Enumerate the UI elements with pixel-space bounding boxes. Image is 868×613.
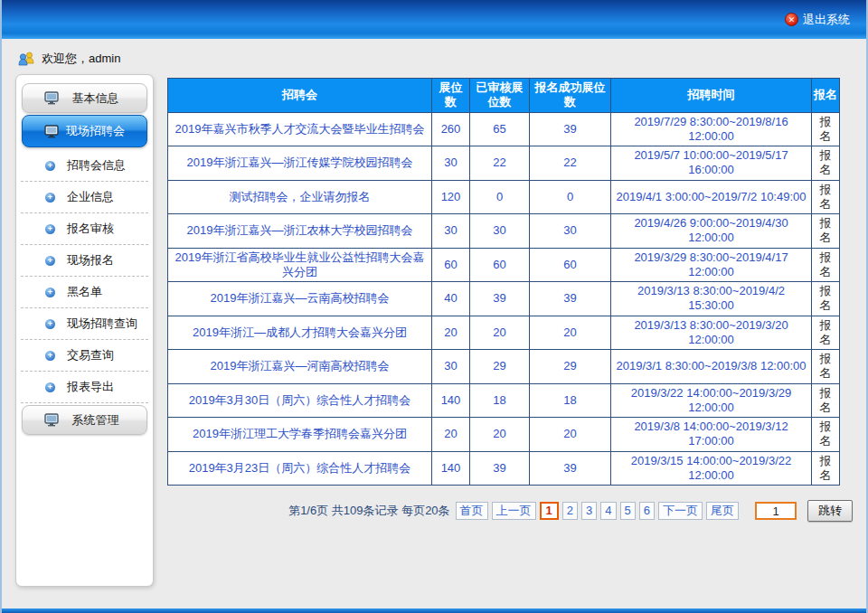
approved-count-cell: 30 [470,214,530,249]
sidebar-submenu-item[interactable]: 报表导出 [21,372,148,403]
submenu-item-label: 交易查询 [67,347,114,363]
apply-link[interactable]: 报名 [820,183,832,211]
fair-name-link[interactable]: 2019年3月30日（周六）综合性人才招聘会 [189,393,411,407]
success-count-cell: 18 [530,383,611,418]
sidebar-item-label: 现场招聘会 [61,123,146,139]
jump-page-input[interactable] [755,502,797,520]
apply-link[interactable]: 报名 [820,216,832,244]
submenu-item-label: 黑名单 [67,284,102,300]
apply-link[interactable]: 报名 [820,318,832,346]
fair-time-cell: 2019/3/8 14:00:00~2019/3/12 17:00:00 [611,418,812,452]
table-row: 2019年3月30日（周六）综合性人才招聘会 140 18 18 2019/3/… [168,383,840,418]
jump-button[interactable]: 跳转 [807,500,853,522]
sidebar-item-system-mgmt[interactable]: 系统管理 [22,405,147,435]
plus-circle-icon [45,193,55,203]
page-number-button[interactable]: 3 [581,502,597,520]
apply-link[interactable]: 报名 [820,386,832,414]
apply-link[interactable]: 报名 [820,115,832,143]
sidebar-item-onsite-fair-active[interactable]: 现场招聘会 [22,115,147,147]
fair-name-link[interactable]: 2019年浙江嘉兴—浙江农林大学校园招聘会 [187,223,413,237]
first-page-button[interactable]: 首页 [456,502,488,520]
submenu-item-label: 现场招聘查询 [67,316,137,332]
fair-name-link[interactable]: 2019年浙江嘉兴—河南高校招聘会 [211,359,390,373]
success-count-cell: 30 [530,214,611,249]
success-count-cell: 60 [530,248,611,282]
fair-name-link[interactable]: 2019年浙江嘉兴—浙江传媒学院校园招聘会 [187,156,413,169]
sidebar-item-basic-info[interactable]: 基本信息 [22,83,147,113]
welcome-bar: 欢迎您，admin [2,39,866,74]
logout-x-icon: ✕ [785,13,798,26]
fair-name-link[interactable]: 2019年嘉兴市秋季人才交流大会暨毕业生招聘会 [175,122,425,136]
approved-count-cell: 0 [470,180,530,214]
success-count-cell: 39 [530,112,611,146]
approved-count-cell: 20 [470,418,530,452]
table-row: 2019年浙江—成都人才招聘大会嘉兴分团 20 20 20 2019/3/13 … [168,316,840,350]
plus-circle-icon [45,351,55,361]
approved-count-cell: 39 [470,451,530,486]
next-page-button[interactable]: 下一页 [658,502,703,520]
booth-count-cell: 140 [432,383,470,418]
fair-name-link[interactable]: 2019年浙江—成都人才招聘大会嘉兴分团 [193,325,407,339]
table-row: 2019年浙江嘉兴—云南高校招聘会 40 39 39 2019/3/13 8:3… [168,282,840,316]
top-bar: ✕ 退出系统 [2,0,866,39]
page-number-button[interactable]: 5 [620,502,636,520]
sidebar-submenu-item[interactable]: 现场招聘查询 [21,308,148,340]
fair-name-link[interactable]: 2019年3月23日（周六）综合性人才招聘会 [189,461,411,475]
fair-time-cell: 2019/5/7 10:00:00~2019/5/17 16:00:00 [611,146,812,181]
logout-button[interactable]: ✕ 退出系统 [785,12,850,28]
job-fairs-table: 招聘会 展位数 已审核展位数 报名成功展位数 招聘时间 报名 2019年嘉兴市秋… [167,78,840,486]
fair-time-cell: 2019/4/1 3:00:00~2019/7/2 10:49:00 [611,180,812,214]
fair-name-link[interactable]: 2019年浙江理工大学春季招聘会嘉兴分团 [193,427,407,440]
col-success-count: 报名成功展位数 [530,79,611,113]
sidebar-item-label: 基本信息 [61,90,146,107]
fair-time-cell: 2019/3/13 8:30:00~2019/3/20 12:00:00 [611,316,812,350]
page-number-button[interactable]: 4 [600,502,616,520]
apply-link[interactable]: 报名 [820,454,832,482]
apply-link[interactable]: 报名 [820,284,832,312]
sidebar-submenu-item[interactable]: 企业信息 [21,182,148,213]
approved-count-cell: 29 [470,350,530,384]
sidebar-submenu-item[interactable]: 现场报名 [21,245,148,277]
fair-time-cell: 2019/3/1 8:30:00~2019/3/8 12:00:00 [611,350,812,384]
submenu-item-label: 报名审核 [67,221,114,237]
apply-link[interactable]: 报名 [820,352,832,380]
fair-time-cell: 2019/3/22 14:00:00~2019/3/29 12:00:00 [611,383,812,418]
pagination-summary: 第1/6页 共109条记录 每页20条 [288,503,449,519]
sidebar-submenu-item[interactable]: 交易查询 [21,340,148,372]
plus-circle-icon [45,288,55,297]
sidebar: 基本信息 现场招聘会 招聘会信息 企业信息 报名审核 现场报名 黑名单 [15,74,154,587]
sidebar-submenu-item[interactable]: 招聘会信息 [21,150,148,182]
fair-name-link[interactable]: 测试招聘会，企业请勿报名 [230,190,371,203]
last-page-button[interactable]: 尾页 [706,502,739,520]
apply-link[interactable]: 报名 [820,148,832,176]
booth-count-cell: 140 [432,451,470,486]
col-booth-count: 展位数 [432,79,470,113]
col-time: 招聘时间 [611,79,812,113]
page-number-button[interactable]: 1 [540,502,559,520]
fair-name-link[interactable]: 2019年浙江嘉兴—云南高校招聘会 [211,291,390,305]
monitor-icon [44,91,61,105]
prev-page-button[interactable]: 上一页 [492,502,536,520]
booth-count-cell: 30 [432,214,470,249]
table-row: 2019年浙江省高校毕业生就业公益性招聘大会嘉兴分团 60 60 60 2019… [168,248,840,282]
sidebar-submenu-item[interactable]: 黑名单 [21,277,148,308]
table-row: 2019年3月23日（周六）综合性人才招聘会 140 39 39 2019/3/… [168,451,840,486]
submenu-item-label: 招聘会信息 [67,157,126,174]
table-row: 2019年嘉兴市秋季人才交流大会暨毕业生招聘会 260 65 39 2019/7… [168,112,840,146]
sidebar-submenu-item[interactable]: 报名审核 [21,213,148,245]
app-window: ✕ 退出系统 欢迎您，admin 基本信息 [0,0,868,613]
table-row: 2019年浙江理工大学春季招聘会嘉兴分团 20 20 20 2019/3/8 1… [168,418,840,452]
success-count-cell: 39 [530,451,611,486]
fair-time-cell: 2019/4/26 9:00:00~2019/4/30 12:00:00 [611,214,812,249]
apply-link[interactable]: 报名 [820,420,832,448]
approved-count-cell: 22 [470,146,530,181]
success-count-cell: 0 [530,180,611,214]
apply-link[interactable]: 报名 [820,250,832,278]
bottom-accent-bar [2,608,866,613]
page-number-button[interactable]: 6 [639,502,655,520]
fair-time-cell: 2019/3/15 14:00:00~2019/3/22 12:00:00 [611,451,812,486]
fair-name-link[interactable]: 2019年浙江省高校毕业生就业公益性招聘大会嘉兴分团 [175,250,425,278]
booth-count-cell: 20 [432,316,470,350]
submenu-item-label: 企业信息 [67,189,114,205]
page-number-button[interactable]: 2 [562,502,578,520]
